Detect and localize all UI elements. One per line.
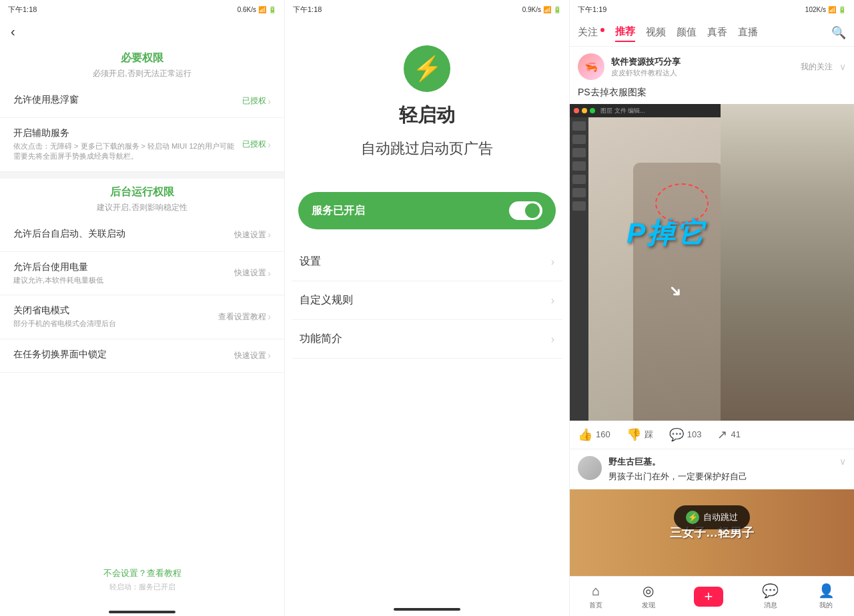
comment-count: 103 xyxy=(687,429,702,439)
discover-label: 发现 xyxy=(642,601,655,610)
nav-add-button[interactable]: + xyxy=(694,587,723,607)
chevron-icon-2: › xyxy=(268,139,271,150)
nav-discover[interactable]: ◎ 发现 xyxy=(642,583,655,610)
tab-follow[interactable]: 关注 xyxy=(578,23,598,41)
back-button[interactable]: ‹ xyxy=(0,19,284,45)
bolt-icon: ⚡ xyxy=(412,55,442,83)
bg-battery-title: 允许后台使用电量 xyxy=(13,261,228,273)
commenter-name: 野生古巨基。 xyxy=(608,456,833,468)
tab-zhenkook[interactable]: 真香 xyxy=(707,23,727,41)
ps-minimize-dot xyxy=(582,108,587,113)
nav-message[interactable]: 💬 消息 xyxy=(762,583,779,610)
service-status-text: 轻启动：服务已开启 xyxy=(0,582,284,592)
status-time-1: 下午1:18 xyxy=(8,5,37,15)
tab-follow-wrapper: 关注 xyxy=(578,23,604,41)
profile-icon: 👤 xyxy=(818,583,835,599)
bottom-navigation: ⌂ 首页 ◎ 发现 + 💬 消息 👤 我的 xyxy=(570,576,854,616)
add-icon: + xyxy=(705,588,713,605)
dislike-label: 踩 xyxy=(645,429,653,441)
comment-button[interactable]: 💬 103 xyxy=(669,427,702,442)
dashed-circle-overlay xyxy=(655,183,709,223)
status-icons-2: 0.9K/s 📶 🔋 xyxy=(522,6,561,13)
app-icon-circle: ⚡ xyxy=(404,45,450,92)
ps-title-bar: 图层 文件 编辑... xyxy=(570,104,726,117)
accessibility-desc: 依次点击：无障碍 > 更多已下载的服务 > 轻启动 MIUI 12的用户可能需要… xyxy=(13,141,236,162)
status-time-3: 下午1:19 xyxy=(578,5,606,15)
permission-floating-window[interactable]: 允许使用悬浮窗 已授权 › xyxy=(0,85,284,118)
tab-video[interactable]: 视频 xyxy=(646,23,666,41)
permission-task-lock[interactable]: 在任务切换界面中锁定 快速设置 › xyxy=(0,339,284,373)
panel1-footer: 不会设置？查看教程 轻启动：服务已开启 xyxy=(0,561,284,605)
share-count: 41 xyxy=(731,429,740,439)
menu-item-intro[interactable]: 功能简介 › xyxy=(292,320,562,359)
bottom-indicator-2 xyxy=(394,608,460,611)
search-icon[interactable]: 🔍 xyxy=(831,25,846,40)
like-icon: 👍 xyxy=(578,427,592,442)
tab-recommend[interactable]: 推荐 xyxy=(615,23,635,42)
post-image: 图层 文件 编辑... xyxy=(570,104,854,421)
permission-accessibility[interactable]: 开启辅助服务 依次点击：无障碍 > 更多已下载的服务 > 轻启动 MIUI 12… xyxy=(0,118,284,172)
required-permissions-subtitle: 必须开启,否则无法正常运行 xyxy=(0,68,284,85)
nav-home[interactable]: ⌂ 首页 xyxy=(589,583,602,610)
follow-button[interactable]: 我的关注 xyxy=(801,61,833,73)
menu-settings-label: 设置 xyxy=(300,255,321,269)
message-icon: 💬 xyxy=(762,583,779,599)
auto-skip-float-button[interactable]: ⚡ 自动跳过 xyxy=(674,505,750,529)
wifi-icon-2: 🔋 xyxy=(553,6,561,13)
post-actions: 👍 160 👎 踩 💬 103 ↗ 41 xyxy=(570,421,854,449)
follow-dot-indicator xyxy=(600,28,604,32)
like-button[interactable]: 👍 160 xyxy=(578,427,610,442)
power-save-status: 查看设置教程 xyxy=(218,311,266,323)
service-toggle-switch[interactable] xyxy=(509,201,542,220)
commenter-avatar xyxy=(578,456,602,480)
person-photo-bg xyxy=(721,104,854,421)
permission-auto-start[interactable]: 允许后台自启动、关联启动 快速设置 › xyxy=(0,219,284,252)
discover-icon: ◎ xyxy=(643,583,654,599)
comment-section: 野生古巨基。 男孩子出门在外，一定要保护好自己 ∨ xyxy=(570,449,854,489)
floating-window-status: 已授权 xyxy=(242,95,266,107)
tab-looks[interactable]: 颜值 xyxy=(677,23,697,41)
divider-1 xyxy=(0,172,284,179)
status-speed-3: 102K/s xyxy=(805,6,826,13)
ps-canvas xyxy=(588,117,726,421)
setup-help-link[interactable]: 不会设置？查看教程 xyxy=(0,567,284,579)
signal-icon-2: 📶 xyxy=(543,6,551,13)
signal-icon-1: 📶 xyxy=(258,6,266,13)
dislike-button[interactable]: 👎 踩 xyxy=(626,427,653,442)
post-title: PS去掉衣服图案 xyxy=(570,87,854,104)
permission-bg-battery[interactable]: 允许后台使用电量 建议允许,本软件耗电量极低 快速设置 › xyxy=(0,252,284,295)
post-username: 软件资源技巧分享 xyxy=(611,56,794,68)
post-user-info: 软件资源技巧分享 皮皮虾软件教程达人 xyxy=(611,56,794,78)
tab-live[interactable]: 直播 xyxy=(738,23,758,41)
menu-item-settings[interactable]: 设置 › xyxy=(292,243,562,281)
share-button[interactable]: ↗ 41 xyxy=(717,427,740,442)
power-save-desc: 部分手机的省电模式会清理后台 xyxy=(13,319,211,329)
task-lock-title: 在任务切换界面中锁定 xyxy=(13,349,228,361)
feed-tabs: 关注 推荐 视频 颜值 真香 直播 🔍 xyxy=(570,19,854,47)
status-speed-2: 0.9K/s xyxy=(522,6,541,13)
service-toggle-row[interactable]: 服务已开启 xyxy=(298,192,556,229)
post-wrapper: 🦐 软件资源技巧分享 皮皮虾软件教程达人 我的关注 ∨ PS去掉衣服图案 图层 … xyxy=(570,47,854,576)
message-label: 消息 xyxy=(764,601,777,610)
home-icon: ⌂ xyxy=(592,583,600,599)
nav-profile[interactable]: 👤 我的 xyxy=(818,583,835,610)
required-permissions-title: 必要权限 xyxy=(0,45,284,68)
post-more-icon[interactable]: ∨ xyxy=(839,61,846,72)
menu-custom-rules-chevron: › xyxy=(551,295,554,307)
comment-chevron: ∨ xyxy=(839,456,846,467)
permission-power-save[interactable]: 关闭省电模式 部分手机的省电模式会清理后台 查看设置教程 › xyxy=(0,295,284,339)
accessibility-status: 已授权 xyxy=(242,139,266,150)
avatar: 🦐 xyxy=(578,53,604,80)
menu-item-custom-rules[interactable]: 自定义规则 › xyxy=(292,281,562,320)
floating-window-title: 允许使用悬浮窗 xyxy=(13,94,236,106)
app-tagline: 自动跳过启动页广告 xyxy=(361,139,493,159)
menu-intro-chevron: › xyxy=(551,333,554,345)
chevron-icon-4: › xyxy=(268,268,271,279)
menu-list: 设置 › 自定义规则 › 功能简介 › xyxy=(285,243,569,597)
menu-intro-label: 功能简介 xyxy=(300,332,342,346)
comment-content: 野生古巨基。 男孩子出门在外，一定要保护好自己 xyxy=(608,456,833,483)
dislike-icon: 👎 xyxy=(626,427,641,442)
ps-tool-5 xyxy=(572,175,586,184)
comment-icon: 💬 xyxy=(669,427,684,442)
bg-run-subtitle: 建议开启,否则影响稳定性 xyxy=(0,202,284,219)
